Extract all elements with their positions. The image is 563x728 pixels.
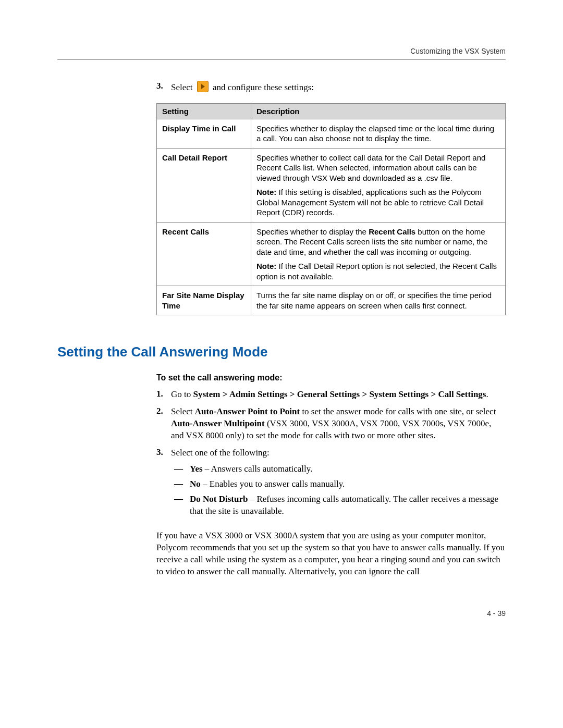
step3-post: and configure these settings: (213, 82, 314, 92)
step-body: Select one of the following:—Yes – Answe… (171, 447, 506, 523)
step-number: 3. (156, 81, 163, 91)
setting-description-cell: Specifies whether to collect call data f… (251, 148, 506, 222)
table-row: Display Time in CallSpecifies whether to… (157, 119, 506, 148)
trailing-paragraph: If you have a VSX 3000 or VSX 3000A syst… (156, 530, 506, 578)
header-rule (57, 59, 506, 60)
table-row: Call Detail ReportSpecifies whether to c… (157, 148, 506, 222)
dash-list-item: —Yes – Answers calls automatically. (171, 463, 506, 475)
step-number: 3. (156, 447, 171, 458)
play-arrow-icon (197, 81, 209, 92)
list-item: 1.Go to System > Admin Settings > Genera… (156, 389, 506, 401)
dash-bullet-icon: — (171, 493, 190, 517)
setting-name-cell: Display Time in Call (157, 119, 251, 148)
dash-list-item: —No – Enables you to answer calls manual… (171, 478, 506, 490)
list-item: 3.Select one of the following:—Yes – Ans… (156, 447, 506, 523)
setting-name-cell: Call Detail Report (157, 148, 251, 222)
description-paragraph: Note: If the Call Detail Report option i… (256, 261, 500, 281)
setting-name-cell: Far Site Name Display Time (157, 286, 251, 315)
table-row: Far Site Name Display TimeTurns the far … (157, 286, 506, 315)
description-paragraph: Specifies whether to display the Recent … (256, 227, 500, 257)
step-number: 2. (156, 406, 171, 416)
col-description: Description (251, 103, 506, 119)
subhead: To set the call answering mode: (156, 373, 506, 382)
step-number: 1. (156, 389, 171, 399)
description-paragraph: Turns the far site name display on or of… (256, 290, 500, 311)
description-paragraph: Note: If this setting is disabled, appli… (256, 187, 500, 218)
dash-list-item: —Do Not Disturb – Refuses incoming calls… (171, 493, 506, 517)
section-title: Setting the Call Answering Mode (57, 344, 506, 360)
dash-bullet-icon: — (171, 478, 190, 490)
step-body: Go to System > Admin Settings > General … (171, 389, 506, 401)
col-setting: Setting (157, 103, 251, 119)
setting-description-cell: Turns the far site name display on or of… (251, 286, 506, 315)
list-item: 2.Select Auto-Answer Point to Point to s… (156, 406, 506, 442)
setting-description-cell: Specifies whether to display the elapsed… (251, 119, 506, 148)
setting-description-cell: Specifies whether to display the Recent … (251, 222, 506, 286)
description-paragraph: Specifies whether to display the elapsed… (256, 124, 500, 144)
step3-pre: Select (171, 82, 195, 92)
table-row: Recent CallsSpecifies whether to display… (157, 222, 506, 286)
settings-table: Setting Description Display Time in Call… (156, 103, 506, 316)
setting-name-cell: Recent Calls (157, 222, 251, 286)
dash-bullet-icon: — (171, 463, 190, 475)
running-header: Customizing the VSX System (57, 47, 506, 55)
page-number: 4 - 39 (57, 609, 506, 618)
step-body: Select Auto-Answer Point to Point to set… (171, 406, 506, 442)
step-3-intro: 3. Select and configure these settings: (156, 81, 506, 94)
description-paragraph: Specifies whether to collect call data f… (256, 153, 500, 183)
